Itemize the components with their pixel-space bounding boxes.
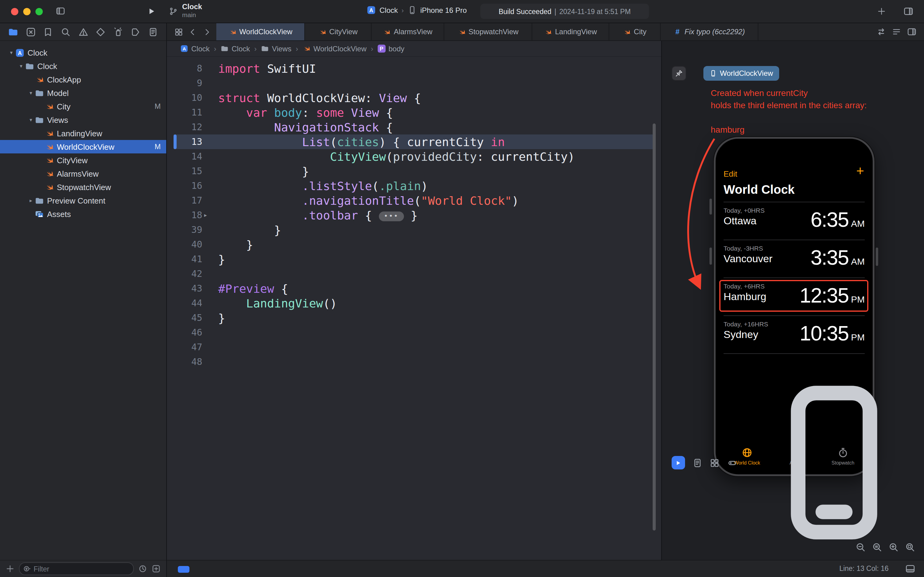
code-line-11[interactable]: 11 var body: some View {	[167, 105, 661, 120]
code-line-18[interactable]: 18▸ .toolbar { ••• }	[167, 208, 661, 222]
preview-device-icon[interactable]	[745, 373, 924, 553]
tab-alarmsview[interactable]: AlarmsView	[372, 23, 444, 40]
sidebar-item-alarmsview[interactable]: AlarmsView	[0, 167, 166, 180]
folded-code-ellipsis[interactable]: •••	[379, 211, 404, 221]
sidebar-item-worldclockview[interactable]: WorldClockViewM	[0, 140, 166, 153]
tab-worldclockview[interactable]: WorldClockView	[216, 23, 305, 40]
sidebar-item-assets[interactable]: Assets	[0, 207, 166, 221]
breadcrumb-item-views[interactable]: Views	[261, 44, 291, 53]
scheme-selector[interactable]: A Clock › iPhone 16 Pro	[367, 5, 467, 15]
zoom-to-fit-icon[interactable]	[905, 542, 916, 553]
editor-scrollbar[interactable]	[653, 124, 656, 530]
zoom-actual-size-icon[interactable]	[872, 542, 882, 553]
code-line-12[interactable]: 12 NavigationStack {	[167, 120, 661, 134]
sidebar-item-landingview[interactable]: LandingView	[0, 127, 166, 140]
breadcrumb-item-worldclockview[interactable]: WorldClockView	[303, 44, 367, 53]
world-clock-row-sydney[interactable]: Today, +16HRSSydney10:35PM	[724, 316, 865, 354]
add-city-button[interactable]: +	[856, 163, 864, 179]
debug-navigator-icon[interactable]	[113, 27, 124, 37]
sidebar-item-views[interactable]: ▾Views	[0, 113, 166, 127]
preview-live-icon[interactable]	[671, 456, 685, 469]
sidebar-item-stopwatchview[interactable]: StopwatchView	[0, 180, 166, 194]
code-line-41[interactable]: 41}	[167, 252, 661, 266]
world-clock-row-hamburg[interactable]: Today, +6HRSHamburg12:35PM	[724, 278, 865, 316]
world-clock-row-vancouver[interactable]: Today, -3HRSVancouver3:35AM	[724, 240, 865, 278]
minimize-button[interactable]	[23, 8, 31, 15]
tab-city[interactable]: City	[609, 23, 661, 40]
code-line-15[interactable]: 15 }	[167, 164, 661, 179]
add-file-icon[interactable]	[5, 564, 14, 573]
canvas-handle[interactable]	[710, 248, 712, 265]
code-line-13[interactable]: 13 List(cities) { currentCity in	[167, 134, 661, 149]
sidebar-item-clockapp[interactable]: ClockApp	[0, 73, 166, 86]
filter-input[interactable]: Filter	[19, 562, 134, 575]
sidebar-item-clock[interactable]: ▾AClock	[0, 46, 166, 59]
recent-files-icon[interactable]	[138, 564, 147, 573]
adjust-editor-icon[interactable]	[876, 27, 886, 37]
sidebar-item-model[interactable]: ▾Model	[0, 86, 166, 100]
breadcrumb-item-body[interactable]: Pbody	[378, 44, 404, 53]
sidebar-item-city[interactable]: CityM	[0, 100, 166, 113]
project-navigator-icon[interactable]	[8, 27, 18, 37]
chevron-down-icon[interactable]: ▾	[27, 117, 35, 123]
code-line-40[interactable]: 40 }	[167, 237, 661, 252]
zoom-button[interactable]	[35, 8, 43, 15]
preview-variants-icon[interactable]	[727, 458, 737, 468]
tab-landingview[interactable]: LandingView	[532, 23, 609, 40]
code-line-46[interactable]: 46	[167, 325, 661, 340]
canvas-handle[interactable]	[876, 248, 878, 266]
go-forward-icon[interactable]	[202, 27, 211, 36]
code-line-9[interactable]: 9	[167, 76, 661, 90]
activity-view[interactable]: Build Succeeded | 2024-11-19 at 5:51 PM	[480, 4, 649, 19]
canvas-handle[interactable]	[710, 199, 712, 214]
chevron-down-icon[interactable]: ▾	[7, 50, 15, 56]
zoom-out-icon[interactable]	[856, 542, 866, 553]
breakpoints-pill[interactable]	[178, 566, 190, 573]
issues-navigator-icon[interactable]	[78, 27, 88, 37]
tab-fix-typo-6cc2292-[interactable]: #Fix typo (6cc2292)	[661, 23, 758, 40]
chevron-down-icon[interactable]: ▾	[27, 90, 35, 96]
zoom-in-icon[interactable]	[889, 542, 899, 553]
code-line-16[interactable]: 16 .listStyle(.plain)	[167, 179, 661, 193]
tests-navigator-icon[interactable]	[95, 27, 106, 37]
edit-button[interactable]: Edit	[724, 169, 737, 179]
fold-chevron-icon[interactable]: ▸	[204, 208, 207, 222]
code-line-45[interactable]: 45}	[167, 311, 661, 325]
preview-name-chip[interactable]: WorldClockView	[703, 66, 779, 81]
chevron-down-icon[interactable]: ▾	[17, 63, 25, 69]
run-button[interactable]	[146, 7, 156, 16]
changes-navigator-icon[interactable]	[25, 27, 36, 37]
code-line-48[interactable]: 48	[167, 355, 661, 369]
code-review-grid-icon[interactable]	[174, 27, 184, 36]
inspector-toggle-icon[interactable]	[903, 6, 914, 16]
pin-preview-button[interactable]	[671, 66, 686, 81]
code-line-14[interactable]: 14 CityView(providedCity: currentCity)	[167, 149, 661, 164]
code-line-47[interactable]: 47	[167, 340, 661, 355]
tab-cityview[interactable]: CityView	[305, 23, 372, 40]
source-control-status[interactable]: Clock main	[169, 3, 202, 19]
code-line-42[interactable]: 42	[167, 266, 661, 281]
tab-stopwatchview[interactable]: StopwatchView	[444, 23, 532, 40]
breadcrumb-item-clock[interactable]: Clock	[221, 44, 250, 53]
code-line-43[interactable]: 43#Preview {	[167, 281, 661, 296]
split-editor-icon[interactable]	[907, 27, 917, 37]
minimap-icon[interactable]	[892, 27, 901, 37]
world-clock-row-ottawa[interactable]: Today, +0HRSOttawa6:35AM	[724, 202, 865, 240]
library-plus-icon[interactable]	[877, 7, 886, 16]
scm-filter-icon[interactable]	[151, 564, 161, 573]
sidebar-item-preview-content[interactable]: ▸Preview Content	[0, 194, 166, 207]
sidebar-item-clock[interactable]: ▾Clock	[0, 59, 166, 73]
preview-inspector-icon[interactable]	[692, 458, 702, 468]
chevron-right-icon[interactable]: ▸	[27, 197, 35, 203]
preview-grid-icon[interactable]	[710, 458, 720, 468]
code-area[interactable]: 8import SwiftUI910struct WorldClockView:…	[167, 57, 661, 560]
breadcrumb-item-clock[interactable]: AClock	[180, 44, 209, 53]
code-line-8[interactable]: 8import SwiftUI	[167, 61, 661, 76]
code-line-44[interactable]: 44 LandingView()	[167, 296, 661, 311]
sidebar-item-cityview[interactable]: CityView	[0, 153, 166, 167]
code-line-17[interactable]: 17 .navigationTitle("World Clock")	[167, 193, 661, 208]
code-line-10[interactable]: 10struct WorldClockView: View {	[167, 90, 661, 105]
breakpoints-navigator-icon[interactable]	[130, 27, 141, 37]
close-button[interactable]	[11, 8, 18, 15]
reports-navigator-icon[interactable]	[148, 27, 158, 37]
